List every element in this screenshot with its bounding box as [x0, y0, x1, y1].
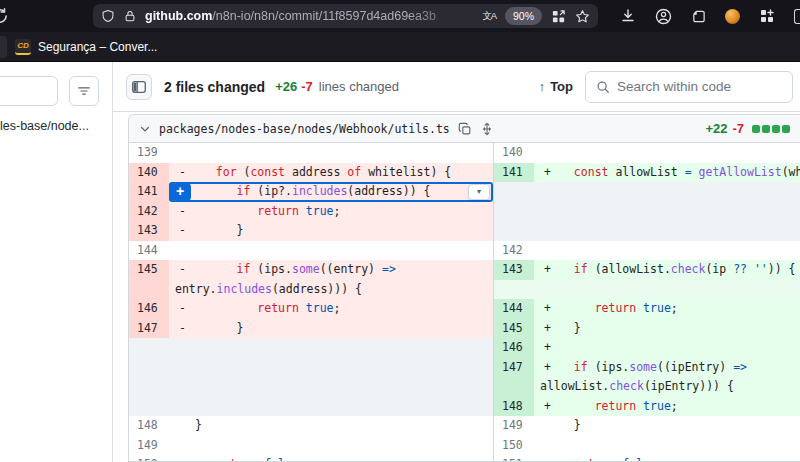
- line-number[interactable]: 150: [494, 436, 534, 456]
- diff-row[interactable]: 147+ if (ips.some((ipEntry) =>: [494, 358, 800, 378]
- code-cell: return false;: [169, 455, 493, 461]
- diff-row[interactable]: 142- return true;: [129, 202, 493, 222]
- shield-icon[interactable]: [101, 9, 115, 24]
- line-number[interactable]: 144: [494, 299, 534, 319]
- line-number[interactable]: 145: [129, 260, 169, 280]
- add-comment-button[interactable]: +: [169, 182, 191, 202]
- diff-row[interactable]: 149: [129, 436, 493, 456]
- code-line: if (ips.some((ipEntry) =>: [560, 358, 747, 378]
- line-options-button[interactable]: ▾: [468, 184, 490, 200]
- account-icon[interactable]: [655, 8, 672, 25]
- diff-main: 2 files changed +26 -7 lines changed ↑ T…: [113, 62, 800, 462]
- diff-row[interactable]: 143+ if (allowList.check(ip ?? '')) {: [494, 260, 800, 280]
- line-number[interactable]: 140: [129, 163, 169, 183]
- diff-row[interactable]: 150: [494, 436, 800, 456]
- file-header: packages/nodes-base/nodes/Webhook/utils.…: [129, 115, 800, 143]
- diff-row[interactable]: 140- for (const address of whitelist) {: [129, 163, 493, 183]
- line-number[interactable]: [494, 377, 534, 397]
- diff-sign: [169, 416, 195, 436]
- line-number[interactable]: 149: [494, 416, 534, 436]
- back-to-top-link[interactable]: ↑ Top: [539, 79, 573, 94]
- search-input[interactable]: [617, 79, 782, 94]
- file-stats: +22 -7: [705, 121, 790, 136]
- line-number[interactable]: 142: [494, 241, 534, 261]
- line-number[interactable]: 144: [129, 241, 169, 261]
- diff-row[interactable]: 139: [129, 143, 493, 163]
- diff-row[interactable]: 150 return false;: [129, 455, 493, 461]
- diff-filler-row: [494, 280, 800, 300]
- line-number[interactable]: 139: [129, 143, 169, 163]
- extension-icon[interactable]: [691, 9, 706, 24]
- code-cell: - for (const address of whitelist) {: [169, 163, 493, 183]
- line-number[interactable]: 150: [129, 455, 169, 461]
- line-number[interactable]: 143: [129, 221, 169, 241]
- code-cell: - return true;: [169, 299, 493, 319]
- diff-sign: [534, 143, 560, 163]
- sidebar-collapse-icon: [131, 79, 147, 95]
- line-number[interactable]: 141: [494, 163, 534, 183]
- diff-row[interactable]: 141+ const allowList = getAllowList(whit…: [494, 163, 800, 183]
- copy-path-icon[interactable]: [458, 122, 472, 136]
- diff-row[interactable]: 145+ }: [494, 319, 800, 339]
- translate-icon[interactable]: 文A: [482, 10, 496, 23]
- line-number[interactable]: 148: [129, 416, 169, 436]
- diff-row[interactable]: 146- return true;: [129, 299, 493, 319]
- diff-row[interactable]: 147- }: [129, 319, 493, 339]
- line-number[interactable]: 141: [129, 182, 169, 202]
- downloads-icon[interactable]: [620, 8, 636, 24]
- file-path[interactable]: packages/nodes-base/nodes/Webhook/utils.…: [159, 122, 450, 136]
- diff-sign: +: [534, 163, 560, 183]
- browser-toolbar: github.com/n8n-io/n8n/commit/11f8597d4ad…: [0, 0, 800, 32]
- bookmark-star-icon[interactable]: [575, 9, 590, 24]
- file-filter-input[interactable]: [0, 76, 58, 106]
- code-cell: entry.includes(address))) {: [169, 280, 493, 300]
- url-bar[interactable]: github.com/n8n-io/n8n/commit/11f8597d4ad…: [93, 4, 598, 28]
- code-cell: return false;: [534, 455, 800, 461]
- diff-row[interactable]: 140: [494, 143, 800, 163]
- code-cell: [534, 143, 800, 163]
- diff-row[interactable]: 144: [129, 241, 493, 261]
- line-number[interactable]: 143: [494, 260, 534, 280]
- line-number[interactable]: 146: [129, 299, 169, 319]
- line-number[interactable]: 142: [129, 202, 169, 222]
- line-number[interactable]: 147: [129, 319, 169, 339]
- line-number[interactable]: 151: [494, 455, 534, 461]
- diff-row[interactable]: 141 if (ip?.includes(address)) {+▾: [129, 182, 493, 202]
- code-line: allowList.check(ipEntry))) {: [534, 377, 734, 397]
- header-actions: ↑ Top: [539, 71, 796, 103]
- picture-in-picture-icon[interactable]: [551, 9, 566, 24]
- diff-row[interactable]: entry.includes(address))) {: [129, 280, 493, 300]
- diff-row[interactable]: 146+: [494, 338, 800, 358]
- line-number[interactable]: 140: [494, 143, 534, 163]
- line-number[interactable]: 147: [494, 358, 534, 378]
- collapse-file-chevron[interactable]: [139, 123, 151, 135]
- sidebar-toggle-button[interactable]: [126, 74, 152, 100]
- search-within-code[interactable]: [585, 71, 793, 103]
- diff-row[interactable]: allowList.check(ipEntry))) {: [494, 377, 800, 397]
- line-number[interactable]: 149: [129, 436, 169, 456]
- diff-row[interactable]: 144+ return true;: [494, 299, 800, 319]
- diff-row[interactable]: 142: [494, 241, 800, 261]
- line-number[interactable]: 146: [494, 338, 534, 358]
- diff-row[interactable]: 148}: [129, 416, 493, 436]
- line-number[interactable]: [129, 280, 169, 300]
- addon-orb-icon[interactable]: [725, 9, 740, 24]
- drag-handle-icon[interactable]: [480, 122, 494, 136]
- browser-tab[interactable]: CD Segurança – Conver...: [15, 39, 157, 55]
- extensions-grid-icon[interactable]: [759, 8, 775, 24]
- file-tree-item[interactable]: les-base/node...: [0, 119, 112, 133]
- reload-icon[interactable]: [0, 7, 9, 25]
- diff-row[interactable]: 143- }: [129, 221, 493, 241]
- zoom-level-badge[interactable]: 90%: [505, 7, 542, 25]
- line-number[interactable]: 148: [494, 397, 534, 417]
- filter-button[interactable]: [69, 76, 99, 106]
- line-number[interactable]: 145: [494, 319, 534, 339]
- lock-icon[interactable]: [124, 9, 136, 23]
- diff-row[interactable]: 145- if (ips.some((entry) =>: [129, 260, 493, 280]
- clipped-toolbar-icon[interactable]: [794, 9, 800, 24]
- diff-row[interactable]: 151 return false;: [494, 455, 800, 461]
- toolbar-actions: [620, 8, 800, 25]
- diff-row[interactable]: 149 }: [494, 416, 800, 436]
- code-line: }: [195, 416, 202, 436]
- diff-row[interactable]: 148+ return true;: [494, 397, 800, 417]
